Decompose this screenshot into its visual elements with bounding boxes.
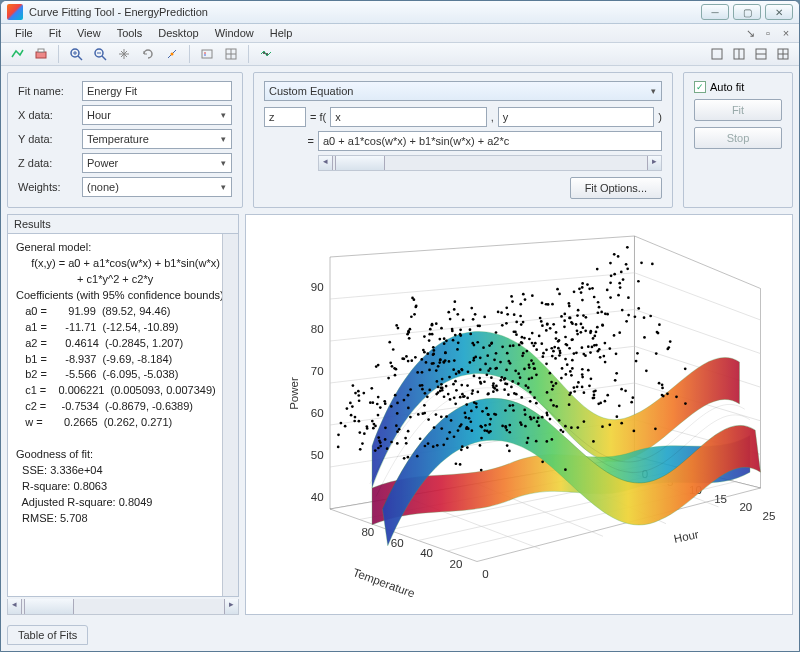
- svg-point-554: [530, 359, 533, 362]
- svg-point-219: [349, 402, 352, 405]
- svg-point-322: [578, 287, 581, 290]
- layout-single-icon[interactable]: [707, 44, 727, 64]
- xdata-select[interactable]: Hour: [82, 105, 232, 125]
- svg-point-556: [633, 430, 636, 433]
- fit-options-button[interactable]: Fit Options...: [570, 177, 662, 199]
- svg-point-545: [596, 268, 599, 271]
- svg-point-504: [401, 357, 404, 360]
- svg-point-251: [519, 376, 522, 379]
- fitname-input[interactable]: Energy Fit: [82, 81, 232, 101]
- svg-point-197: [484, 424, 487, 427]
- svg-point-450: [499, 379, 502, 382]
- svg-point-363: [598, 348, 601, 351]
- results-vscroll[interactable]: [222, 234, 238, 596]
- indep-y-input[interactable]: y: [498, 107, 655, 127]
- svg-point-400: [388, 341, 391, 344]
- svg-point-350: [541, 355, 544, 358]
- svg-point-561: [615, 415, 618, 418]
- equation-input[interactable]: a0 + a1*cos(w*x) + b1*sin(w*x) + a2*c: [318, 131, 662, 151]
- svg-point-235: [570, 374, 573, 377]
- svg-point-402: [576, 314, 579, 317]
- svg-point-312: [466, 446, 469, 449]
- svg-point-150: [437, 365, 440, 368]
- svg-point-287: [394, 374, 397, 377]
- maximize-button[interactable]: ▢: [733, 4, 761, 20]
- svg-point-634: [472, 318, 475, 321]
- menu-window[interactable]: Window: [207, 25, 262, 41]
- svg-point-169: [453, 359, 456, 362]
- menu-help[interactable]: Help: [262, 25, 301, 41]
- svg-point-195: [407, 394, 410, 397]
- svg-point-183: [436, 380, 439, 383]
- residuals-icon[interactable]: [256, 44, 276, 64]
- stop-button[interactable]: Stop: [694, 127, 782, 149]
- rotate-icon[interactable]: [138, 44, 158, 64]
- svg-point-377: [390, 441, 393, 444]
- svg-point-662: [421, 371, 424, 374]
- autofit-checkbox[interactable]: ✓ Auto fit: [694, 81, 782, 93]
- dock-close-icon[interactable]: ×: [779, 27, 793, 39]
- zdata-select[interactable]: Power: [82, 153, 232, 173]
- svg-text:90: 90: [311, 281, 324, 293]
- svg-point-511: [531, 332, 534, 335]
- svg-point-628: [479, 356, 482, 359]
- pan-icon[interactable]: [114, 44, 134, 64]
- dep-var-input[interactable]: z: [264, 107, 306, 127]
- close-button[interactable]: ✕: [765, 4, 793, 20]
- equation-scrollbar[interactable]: ◂▸: [318, 155, 662, 171]
- zoom-out-icon[interactable]: [90, 44, 110, 64]
- menu-tools[interactable]: Tools: [109, 25, 151, 41]
- surface-plot[interactable]: 405060 708090 0510 152025 02040 6080 Pow…: [245, 214, 793, 615]
- svg-point-582: [473, 375, 476, 378]
- svg-point-465: [488, 344, 491, 347]
- svg-point-79: [495, 385, 498, 388]
- ydata-select[interactable]: Temperature: [82, 129, 232, 149]
- print-icon[interactable]: [31, 44, 51, 64]
- layout-split-v-icon[interactable]: [751, 44, 771, 64]
- svg-text:15: 15: [714, 493, 727, 505]
- svg-point-536: [624, 389, 627, 392]
- svg-point-570: [352, 384, 355, 387]
- menu-file[interactable]: File: [7, 25, 41, 41]
- svg-point-316: [508, 450, 511, 453]
- indep-x-input[interactable]: x: [330, 107, 487, 127]
- svg-point-588: [427, 442, 430, 445]
- dock-max-icon[interactable]: ▫: [761, 27, 775, 39]
- svg-point-394: [545, 440, 548, 443]
- svg-point-122: [615, 372, 618, 375]
- tab-table-of-fits[interactable]: Table of Fits: [7, 625, 88, 645]
- results-hscroll[interactable]: ◂▸: [7, 599, 239, 615]
- menu-view[interactable]: View: [69, 25, 109, 41]
- results-textarea[interactable]: General model: f(x,y) = a0 + a1*cos(w*x)…: [7, 233, 239, 597]
- svg-point-457: [675, 395, 678, 398]
- dock-out-icon[interactable]: ↘: [743, 27, 757, 39]
- svg-point-310: [563, 319, 566, 322]
- svg-point-585: [596, 311, 599, 314]
- minimize-button[interactable]: ─: [701, 4, 729, 20]
- menu-desktop[interactable]: Desktop: [150, 25, 206, 41]
- svg-point-328: [421, 388, 424, 391]
- layout-quad-icon[interactable]: [773, 44, 793, 64]
- svg-point-114: [552, 323, 555, 326]
- svg-point-337: [354, 392, 357, 395]
- legend-icon[interactable]: [197, 44, 217, 64]
- grid-icon[interactable]: [221, 44, 241, 64]
- fit-button[interactable]: Fit: [694, 99, 782, 121]
- new-fit-icon[interactable]: [7, 44, 27, 64]
- menu-fit[interactable]: Fit: [41, 25, 69, 41]
- svg-point-205: [584, 354, 587, 357]
- weights-select[interactable]: (none): [82, 177, 232, 197]
- svg-point-580: [541, 324, 544, 327]
- app-window: Curve Fitting Tool - EnergyPrediction ─ …: [0, 0, 800, 652]
- zoom-in-icon[interactable]: [66, 44, 86, 64]
- svg-point-172: [573, 390, 576, 393]
- svg-point-167: [416, 455, 419, 458]
- svg-point-101: [425, 361, 428, 364]
- data-cursor-icon[interactable]: [162, 44, 182, 64]
- svg-point-74: [426, 395, 429, 398]
- svg-point-645: [593, 394, 596, 397]
- layout-split-h-icon[interactable]: [729, 44, 749, 64]
- svg-point-349: [398, 428, 401, 431]
- fit-type-select[interactable]: Custom Equation: [264, 81, 662, 101]
- svg-point-78: [431, 333, 434, 336]
